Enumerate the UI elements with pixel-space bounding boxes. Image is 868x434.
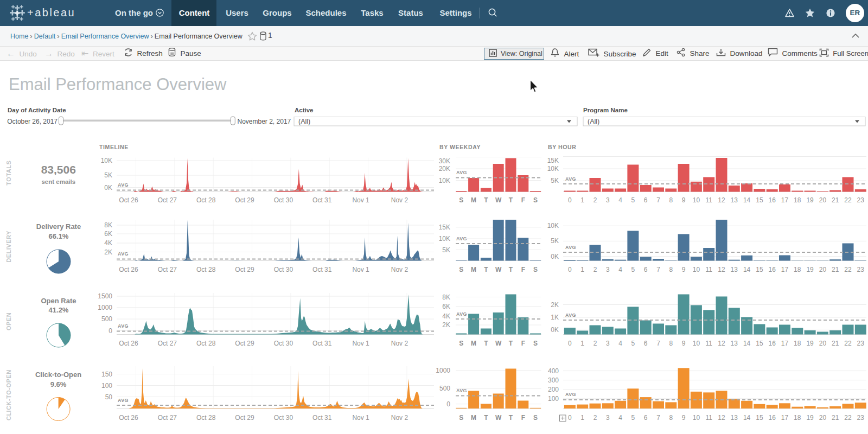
svg-text:T: T	[509, 414, 513, 422]
svg-text:14: 14	[743, 340, 751, 347]
svg-text:12: 12	[718, 340, 725, 347]
svg-text:S: S	[459, 266, 463, 273]
svg-text:5: 5	[631, 414, 635, 422]
svg-text:0: 0	[568, 340, 572, 347]
svg-text:1: 1	[580, 414, 584, 422]
svg-text:4: 4	[618, 196, 622, 204]
svg-text:1K: 1K	[551, 314, 559, 321]
svg-text:6K: 6K	[442, 303, 450, 310]
svg-text:10K: 10K	[101, 157, 112, 164]
svg-text:Nov 1: Nov 1	[352, 266, 369, 273]
svg-text:S: S	[459, 340, 463, 347]
svg-text:6: 6	[644, 414, 648, 422]
svg-text:0K: 0K	[551, 326, 559, 334]
svg-text:2: 2	[593, 340, 597, 347]
svg-text:15: 15	[756, 266, 763, 273]
svg-text:10: 10	[693, 414, 700, 422]
svg-text:AVG: AVG	[456, 170, 467, 175]
svg-text:5K: 5K	[104, 171, 112, 179]
svg-text:S: S	[533, 340, 538, 347]
svg-text:AVG: AVG	[565, 392, 576, 397]
svg-text:12: 12	[718, 196, 725, 204]
svg-text:21: 21	[832, 414, 839, 422]
svg-text:Oct 26: Oct 26	[119, 340, 138, 347]
svg-text:10K: 10K	[547, 165, 559, 173]
svg-text:W: W	[495, 266, 502, 273]
svg-text:1000: 1000	[436, 367, 450, 374]
svg-text:0K: 0K	[104, 184, 112, 192]
svg-text:Oct 31: Oct 31	[312, 196, 332, 204]
svg-text:7: 7	[656, 266, 660, 273]
svg-text:13: 13	[731, 340, 738, 347]
svg-text:13: 13	[731, 414, 738, 422]
svg-text:7: 7	[656, 340, 660, 347]
svg-text:TOTALS: TOTALS	[5, 161, 12, 186]
svg-text:4K: 4K	[442, 312, 450, 320]
svg-text:Oct 27: Oct 27	[158, 196, 177, 204]
svg-text:AVG: AVG	[456, 311, 467, 317]
svg-text:41.2%: 41.2%	[49, 306, 69, 314]
svg-text:23: 23	[857, 414, 865, 422]
svg-text:3: 3	[606, 266, 610, 273]
svg-text:150: 150	[101, 371, 112, 378]
svg-text:M: M	[471, 340, 476, 347]
svg-text:Oct 26: Oct 26	[119, 414, 138, 422]
svg-text:11: 11	[705, 266, 712, 273]
svg-text:AVG: AVG	[565, 245, 576, 250]
svg-text:6: 6	[644, 340, 648, 347]
svg-text:9: 9	[682, 340, 686, 347]
svg-text:18: 18	[794, 414, 801, 422]
svg-text:Oct 29: Oct 29	[235, 266, 254, 273]
svg-text:M: M	[471, 414, 476, 422]
svg-text:T: T	[484, 340, 488, 347]
svg-text:7: 7	[656, 196, 660, 204]
svg-text:0: 0	[568, 196, 572, 204]
svg-text:11: 11	[705, 340, 712, 347]
svg-text:3: 3	[606, 340, 610, 347]
svg-text:Open Rate: Open Rate	[41, 297, 76, 305]
svg-text:November 2, 2017: November 2, 2017	[238, 118, 291, 125]
svg-text:BY WEEKDAY: BY WEEKDAY	[439, 144, 481, 150]
svg-text:20: 20	[819, 340, 827, 347]
svg-text:500: 500	[439, 385, 450, 392]
svg-text:OPEN: OPEN	[5, 312, 12, 330]
svg-text:5K: 5K	[442, 246, 450, 254]
svg-text:5: 5	[631, 340, 635, 347]
svg-text:1500: 1500	[98, 292, 112, 300]
svg-text:Oct 27: Oct 27	[158, 266, 177, 273]
svg-text:5K: 5K	[551, 177, 559, 184]
svg-text:22: 22	[844, 414, 852, 422]
svg-text:Oct 27: Oct 27	[158, 340, 177, 347]
svg-text:6: 6	[644, 196, 648, 204]
svg-text:Oct 29: Oct 29	[235, 340, 254, 347]
svg-text:16: 16	[769, 196, 776, 204]
svg-text:W: W	[495, 340, 502, 347]
svg-text:0K: 0K	[551, 253, 559, 260]
svg-text:M: M	[471, 196, 476, 204]
svg-text:17: 17	[781, 266, 789, 273]
svg-text:300: 300	[548, 376, 559, 384]
svg-text:19: 19	[806, 196, 814, 204]
svg-text:F: F	[521, 340, 525, 347]
svg-text:9: 9	[682, 196, 686, 204]
svg-text:18: 18	[794, 340, 801, 347]
svg-text:10: 10	[693, 340, 700, 347]
svg-text:Nov 2: Nov 2	[391, 340, 409, 347]
svg-text:19: 19	[806, 414, 814, 422]
svg-text:23: 23	[857, 340, 865, 347]
svg-text:22: 22	[844, 340, 852, 347]
svg-text:18: 18	[794, 266, 801, 273]
svg-text:S: S	[533, 414, 538, 422]
svg-text:9.6%: 9.6%	[50, 380, 67, 388]
svg-text:17: 17	[781, 414, 789, 422]
svg-text:18: 18	[794, 196, 801, 204]
svg-text:Oct 30: Oct 30	[274, 266, 293, 273]
svg-text:F: F	[521, 196, 525, 204]
svg-text:5K: 5K	[551, 237, 559, 245]
svg-text:30K: 30K	[439, 157, 450, 165]
svg-text:6: 6	[644, 266, 648, 273]
svg-text:100: 100	[101, 382, 112, 390]
svg-text:20: 20	[819, 414, 827, 422]
svg-text:Oct 28: Oct 28	[196, 266, 216, 273]
svg-text:10K: 10K	[547, 222, 559, 229]
